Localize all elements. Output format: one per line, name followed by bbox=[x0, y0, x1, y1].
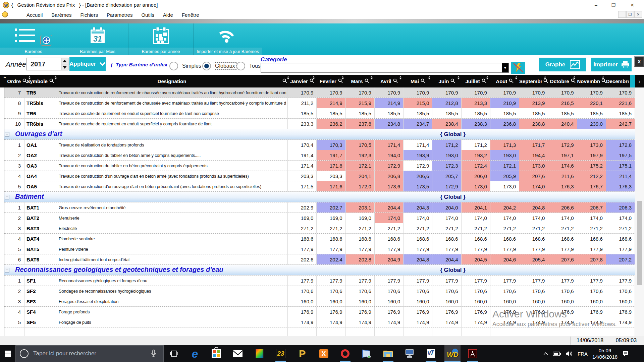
cell-month-value[interactable]: 176,7 bbox=[577, 181, 606, 191]
cell-month-value[interactable]: 204,1 bbox=[346, 171, 375, 181]
cell-month-value[interactable]: 185,5 bbox=[519, 108, 548, 118]
add-icon[interactable] bbox=[40, 35, 52, 46]
cell-month-value[interactable]: 177,9 bbox=[548, 244, 577, 254]
table-row[interactable]: 2SF2Sondages de reconnaissances hydrogéo… bbox=[4, 286, 635, 296]
cell-month-value[interactable]: 177,9 bbox=[606, 276, 635, 286]
cell-symbole[interactable]: BAT5 bbox=[24, 244, 56, 254]
group-row[interactable]: − Reconnaissances geologiques et geotech… bbox=[4, 265, 635, 276]
column-header-month[interactable]: Aout bbox=[490, 75, 519, 87]
graph-button[interactable]: Graphe bbox=[539, 58, 586, 71]
column-header-month[interactable]: Mars bbox=[346, 75, 375, 87]
toolbar-button-4[interactable] bbox=[194, 23, 262, 48]
photo-studio-taskbar-button[interactable] bbox=[251, 345, 267, 362]
column-header-month[interactable]: Juillet bbox=[462, 75, 490, 87]
cell-month-value[interactable]: 193,2 bbox=[462, 150, 490, 160]
cell-designation[interactable]: Forages d'essai et d'exploitation bbox=[56, 296, 288, 306]
cell-month-value[interactable]: 170,9 bbox=[548, 87, 577, 98]
cell-month-value[interactable]: 171,6 bbox=[317, 181, 345, 191]
cell-month-value[interactable]: 177,9 bbox=[577, 276, 606, 286]
mail-taskbar-button[interactable] bbox=[230, 345, 246, 362]
category-combobox[interactable] bbox=[261, 63, 509, 73]
cell-month-value[interactable]: 202,9 bbox=[288, 202, 317, 213]
combo-dropdown-icon[interactable]: ▼ bbox=[502, 63, 508, 72]
cell-month-value[interactable]: 177,9 bbox=[346, 276, 375, 286]
cell-month-value[interactable]: 170,6 bbox=[577, 286, 606, 296]
cell-month-value[interactable]: 170,9 bbox=[577, 87, 606, 98]
cell-month-value[interactable]: 185,5 bbox=[577, 108, 606, 118]
cell-month-value[interactable]: 170,9 bbox=[288, 87, 317, 98]
cell-month-value[interactable]: 206,3 bbox=[606, 202, 635, 213]
cell-month-value[interactable]: 238,4 bbox=[432, 119, 461, 129]
collapse-icon[interactable]: − bbox=[5, 132, 9, 137]
cell-designation[interactable]: Menuiserie bbox=[56, 213, 288, 223]
speaker-icon[interactable] bbox=[566, 351, 573, 356]
cell-ordre[interactable]: 1 bbox=[4, 276, 24, 286]
table-row[interactable]: 3OA3Travaux de construction du tablier e… bbox=[4, 161, 635, 171]
cell-month-value[interactable]: 170,9 bbox=[490, 87, 519, 98]
cell-ordre[interactable]: 4 bbox=[4, 171, 24, 181]
table-row[interactable]: 2BAT2Menuiserie169,0169,0169,0174,0174,0… bbox=[4, 213, 635, 223]
cell-month-value[interactable]: 160,0 bbox=[490, 296, 519, 306]
cell-month-value[interactable]: 193,9 bbox=[404, 150, 432, 160]
cell-month-value[interactable]: 271,2 bbox=[288, 223, 317, 233]
radio-circle[interactable] bbox=[236, 62, 245, 70]
cell-month-value[interactable]: 205,4 bbox=[519, 254, 548, 264]
search-icon[interactable] bbox=[282, 78, 287, 84]
cell-month-value[interactable]: 172,3 bbox=[432, 161, 461, 171]
cell-month-value[interactable]: 171,3 bbox=[490, 140, 519, 150]
cell-designation[interactable]: Gros-oeuvre-revêtement-etanchéité bbox=[56, 202, 288, 213]
cell-symbole[interactable]: BAT6 bbox=[24, 254, 56, 264]
cell-month-value[interactable]: 174,0 bbox=[490, 213, 519, 223]
cell-month-value[interactable]: 175,2 bbox=[577, 161, 606, 171]
cell-month-value[interactable]: 172,1 bbox=[346, 161, 375, 171]
cell-symbole[interactable]: SF2 bbox=[24, 286, 56, 296]
table-row[interactable]: 5OA5Travaux de construction d'un ouvrage… bbox=[4, 181, 635, 192]
notification-icon[interactable] bbox=[622, 351, 629, 357]
cell-month-value[interactable]: 160,0 bbox=[375, 296, 404, 306]
cell-month-value[interactable]: 271,2 bbox=[432, 223, 461, 233]
cell-month-value[interactable]: 174,9 bbox=[432, 317, 461, 327]
cell-month-value[interactable]: 197,1 bbox=[548, 150, 577, 160]
search-icon[interactable] bbox=[482, 78, 486, 84]
cell-ordre[interactable]: 3 bbox=[4, 296, 24, 306]
cell-month-value[interactable]: 214,9 bbox=[317, 98, 345, 108]
cell-month-value[interactable]: 185,5 bbox=[606, 108, 635, 118]
menu-item-parametres[interactable]: Parametres bbox=[102, 11, 137, 19]
cell-month-value[interactable]: 177,9 bbox=[462, 244, 490, 254]
cell-month-value[interactable]: 185,5 bbox=[346, 108, 375, 118]
menu-item-fichiers[interactable]: Fichiers bbox=[76, 11, 102, 19]
collapse-icon[interactable]: − bbox=[5, 268, 9, 273]
cell-month-value[interactable]: 204,3 bbox=[404, 202, 432, 213]
cell-month-value[interactable]: 172,9 bbox=[404, 161, 432, 171]
toolbar-button-3[interactable] bbox=[128, 23, 194, 48]
cell-month-value[interactable]: 177,9 bbox=[317, 276, 345, 286]
cell-month-value[interactable]: 168,6 bbox=[577, 234, 606, 244]
column-header-month[interactable]: Octobre bbox=[548, 75, 577, 87]
cell-symbole[interactable]: OA1 bbox=[24, 140, 56, 150]
start-button[interactable] bbox=[0, 345, 15, 362]
cell-month-value[interactable]: 170,6 bbox=[432, 286, 461, 296]
cell-month-value[interactable]: 204,4 bbox=[432, 254, 461, 264]
cell-month-value[interactable]: 176,3 bbox=[606, 181, 635, 191]
close-button[interactable]: ✕ bbox=[627, 1, 637, 9]
cell-designation[interactable]: Travaux de couche de roulement en enduit… bbox=[56, 108, 288, 118]
group-row[interactable]: − Ouvrages d'art { Global } bbox=[4, 129, 635, 140]
cell-month-value[interactable]: 160,0 bbox=[462, 296, 490, 306]
cell-designation[interactable]: Fonçage de puits bbox=[56, 317, 288, 327]
mdi-restore-button[interactable]: ❐ bbox=[626, 11, 634, 18]
cell-month-value[interactable]: 271,2 bbox=[317, 223, 345, 233]
cell-month-value[interactable]: 271,2 bbox=[548, 223, 577, 233]
table-row[interactable]: 4BAT4Plomberie sanitaire168,6168,6168,61… bbox=[4, 234, 635, 244]
mdi-minimize-button[interactable]: – bbox=[618, 11, 626, 18]
cell-month-value[interactable]: 202,6 bbox=[288, 254, 317, 264]
cell-month-value[interactable]: 170,6 bbox=[317, 286, 345, 296]
battery-icon[interactable] bbox=[553, 352, 561, 356]
cell-month-value[interactable]: 197,9 bbox=[577, 150, 606, 160]
cell-month-value[interactable]: 216,5 bbox=[548, 98, 577, 108]
table-row[interactable]: 5BAT5Peinture vitrerie177,9177,9177,9177… bbox=[4, 244, 635, 254]
scrollbar-thumb[interactable] bbox=[637, 201, 642, 285]
cell-month-value[interactable]: 205,7 bbox=[432, 171, 461, 181]
cell-symbole[interactable]: TR6 bbox=[24, 108, 56, 118]
microphone-icon[interactable] bbox=[151, 350, 156, 358]
cell-month-value[interactable]: 168,6 bbox=[288, 234, 317, 244]
